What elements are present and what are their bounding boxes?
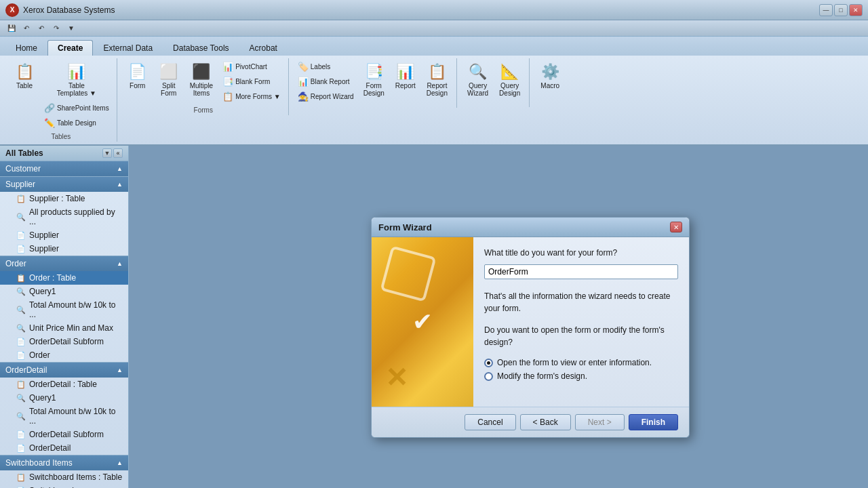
sidebar-item-unit-price[interactable]: 🔍 Unit Price Min and Max	[0, 321, 128, 335]
query-wizard-button[interactable]: 🔍 QueryWizard	[462, 60, 493, 100]
sidebar-item-orderdetail-table[interactable]: 📋 OrderDetail : Table	[0, 378, 128, 391]
macro-icon: ⚙️	[541, 63, 559, 81]
form-design-button[interactable]: 📑 FormDesign	[359, 60, 389, 104]
minimize-button[interactable]: —	[819, 4, 833, 16]
title-bar-controls: — □ ✕	[819, 4, 863, 16]
sidebar-item-switchboard-table[interactable]: 📋 Switchboard Items : Table	[0, 470, 128, 484]
report-wizard-button[interactable]: 🧙 Report Wizard	[294, 89, 357, 104]
query-design-button[interactable]: 📐 QueryDesign	[494, 60, 525, 100]
sidebar-collapse-button[interactable]: «	[113, 148, 123, 158]
multiple-items-button[interactable]: ⬛ MultipleItems	[185, 60, 218, 104]
sharepoint-label: SharePoint Items	[57, 104, 109, 112]
report-design-icon: 📋	[428, 63, 446, 81]
orderdetail-total-icon: 🔍	[16, 412, 26, 421]
table-templates-button[interactable]: 📊 TableTemplates ▼	[41, 60, 113, 100]
order-group-label: Order	[5, 259, 26, 268]
sidebar-item-supplier-form1[interactable]: 📄 Supplier	[0, 228, 128, 242]
sidebar-group-orderdetail-header[interactable]: OrderDetail ▲	[0, 363, 128, 378]
sidebar-item-switchboard-form[interactable]: 📄 Switchboard	[0, 484, 128, 488]
macro-label: Macro	[540, 82, 559, 89]
sidebar-item-order-form[interactable]: 📄 Order	[0, 348, 128, 362]
supplier-form2-icon: 📄	[16, 245, 26, 253]
sidebar-group-customer-header[interactable]: Customer ▲	[0, 161, 128, 176]
sidebar-item-order-total[interactable]: 🔍 Total Amount b/w 10k to ...	[0, 298, 128, 321]
tab-external-data[interactable]: External Data	[93, 40, 163, 56]
next-button[interactable]: Next >	[575, 414, 625, 430]
sidebar-item-orderdetail-total[interactable]: 🔍 Total Amount b/w 10k to ...	[0, 405, 128, 428]
tab-acrobat[interactable]: Acrobat	[239, 40, 288, 56]
order-table-label: Order : Table	[29, 273, 76, 283]
labels-icon: 🏷️	[298, 62, 309, 72]
supplier-arrow-icon: ▲	[117, 181, 123, 188]
split-form-label: SplitForm	[161, 82, 176, 97]
macro-buttons: ⚙️ Macro	[535, 60, 565, 93]
pivotchart-button[interactable]: 📊 PivotChart	[219, 60, 284, 74]
ribbon-content: 📋 Table 📊 TableTemplates ▼ 🔗 SharePoint …	[0, 56, 868, 144]
unit-price-icon: 🔍	[16, 324, 26, 333]
blank-form-button[interactable]: 📑 Blank Form	[219, 75, 284, 89]
supplier-form1-label: Supplier	[29, 230, 59, 240]
dialog-title: Form Wizard	[378, 222, 432, 232]
radio-modify-design[interactable]: Modify the form's design.	[484, 371, 678, 381]
sidebar-item-orderdetail-subform2[interactable]: 📄 OrderDetail Subform	[0, 428, 128, 441]
maximize-button[interactable]: □	[834, 4, 848, 16]
tab-database-tools[interactable]: Database Tools	[163, 40, 239, 56]
sidebar-group-switchboard-header[interactable]: Switchboard Items ▲	[0, 455, 128, 470]
sidebar-group-supplier-header[interactable]: Supplier ▲	[0, 177, 128, 192]
ribbon-tabs: Home Create External Data Database Tools…	[0, 37, 868, 56]
qa-dropdown-button[interactable]: ▼	[65, 22, 77, 35]
save-button[interactable]: 💾	[5, 22, 18, 35]
finish-button[interactable]: Finish	[629, 414, 678, 430]
sidebar-item-supplier-table[interactable]: 📋 Supplier : Table	[0, 192, 128, 205]
more-forms-icon: 📋	[222, 92, 233, 102]
sidebar-filter-button[interactable]: ▼	[102, 148, 112, 158]
form-wizard-dialog: Form Wizard ✕ ✔ ✕ What title do you want…	[371, 217, 690, 438]
sidebar-item-order-query1[interactable]: 🔍 Query1	[0, 285, 128, 298]
sidebar-item-order-table[interactable]: 📋 Order : Table	[0, 271, 128, 285]
more-forms-label: More Forms ▼	[235, 93, 281, 100]
all-products-label: All products supplied by ...	[29, 207, 123, 226]
more-forms-button[interactable]: 📋 More Forms ▼	[219, 89, 284, 104]
sidebar-item-supplier-form2[interactable]: 📄 Supplier	[0, 242, 128, 256]
cancel-button[interactable]: Cancel	[465, 414, 515, 430]
sidebar-group-order-header[interactable]: Order ▲	[0, 256, 128, 271]
split-form-button[interactable]: ⬜ SplitForm	[154, 60, 184, 104]
undo-button[interactable]: ↶	[20, 22, 33, 35]
table-button[interactable]: 📋 Table	[9, 60, 39, 130]
window-title: Xerox Database Systems	[23, 5, 115, 15]
supplier-form2-label: Supplier	[29, 244, 59, 253]
blank-form-icon: 📑	[222, 77, 233, 87]
form-button[interactable]: 📄 Form	[123, 60, 153, 104]
table-col-buttons: 📊 TableTemplates ▼ 🔗 SharePoint Items ✏️…	[41, 60, 113, 130]
orderdetail-form-label: OrderDetail	[29, 443, 71, 453]
reports-col-labels: 🏷️ Labels 📊 Blank Report 🧙 Report Wizard	[294, 60, 357, 104]
report-design-button[interactable]: 📋 ReportDesign	[422, 60, 452, 104]
supplier-table-icon: 📋	[16, 195, 26, 203]
sidebar-item-orderdetail-query1[interactable]: 🔍 Query1	[0, 391, 128, 405]
blank-report-button[interactable]: 📊 Blank Report	[294, 75, 357, 89]
sidebar-item-orderdetail-form[interactable]: 📄 OrderDetail	[0, 441, 128, 455]
ribbon-group-query: 🔍 QueryWizard 📐 QueryDesign	[458, 58, 530, 107]
dialog-close-button[interactable]: ✕	[670, 222, 682, 232]
macro-button[interactable]: ⚙️ Macro	[535, 60, 565, 93]
report-design-label: ReportDesign	[427, 82, 448, 97]
table-design-button[interactable]: ✏️ Table Design	[41, 116, 113, 130]
report-button[interactable]: 📊 Report	[391, 60, 420, 104]
close-button[interactable]: ✕	[849, 4, 863, 16]
ribbon-group-forms: 📄 Form ⬜ SplitForm ⬛ MultipleItems 📊 Piv…	[119, 58, 289, 115]
redo-button[interactable]: ↷	[50, 22, 62, 35]
sidebar-item-orderdetail-subform[interactable]: 📄 OrderDetail Subform	[0, 335, 128, 348]
radio-open-form[interactable]: Open the form to view or enter informati…	[484, 358, 678, 367]
sidebar-item-all-products[interactable]: 🔍 All products supplied by ...	[0, 205, 128, 228]
blank-report-label: Blank Report	[311, 78, 350, 85]
labels-button[interactable]: 🏷️ Labels	[294, 60, 357, 74]
form-label: Form	[130, 82, 145, 89]
switchboard-table-label: Switchboard Items : Table	[29, 472, 122, 482]
title-bar-left: X Xerox Database Systems	[5, 3, 115, 17]
tab-create[interactable]: Create	[47, 40, 93, 56]
back-button[interactable]: < Back	[520, 414, 571, 430]
form-title-input[interactable]	[484, 264, 678, 279]
undo2-button[interactable]: ↶	[35, 22, 47, 35]
tab-home[interactable]: Home	[5, 40, 47, 56]
sharepoint-button[interactable]: 🔗 SharePoint Items	[41, 101, 113, 115]
